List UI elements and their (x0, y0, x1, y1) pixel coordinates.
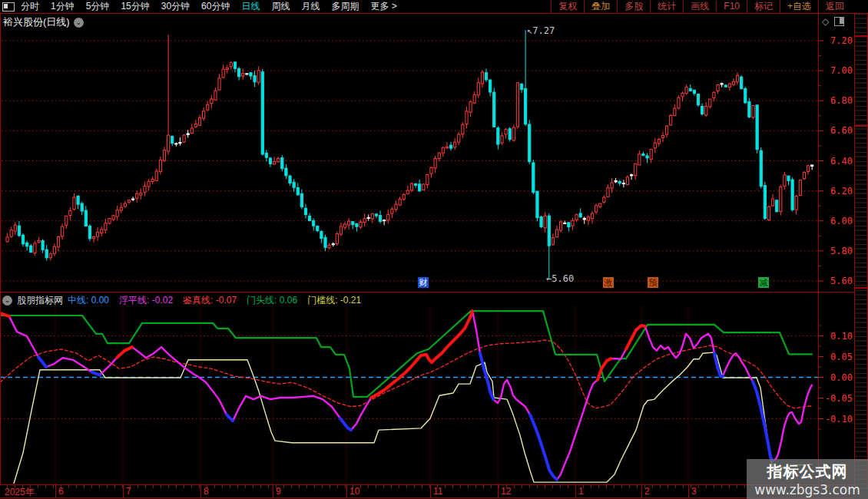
candle-body (721, 84, 723, 84)
month-separator (200, 485, 201, 497)
tab-period-4[interactable]: 30分钟 (161, 0, 190, 13)
tab-period-5[interactable]: 60分钟 (201, 0, 230, 13)
chart-canvas[interactable] (0, 0, 868, 499)
candle-body (159, 160, 161, 171)
split-view-icon[interactable] (834, 17, 844, 26)
candle-body (807, 166, 809, 172)
candle-body (811, 165, 813, 166)
tab-period-3[interactable]: 15分钟 (121, 0, 149, 13)
candle-body (646, 156, 648, 158)
event-marker[interactable]: 预 (648, 277, 658, 288)
month-label: 12 (501, 486, 511, 497)
indicator-plot (0, 305, 818, 484)
month-separator (498, 485, 499, 497)
candle-body (795, 197, 797, 210)
price-annotation: ↖7.27 (527, 25, 555, 36)
candle-body (210, 99, 213, 104)
candle-body (101, 230, 103, 233)
candle-body (681, 93, 684, 96)
toolbar-button-4[interactable]: 画线 (683, 0, 716, 13)
candle-body (603, 197, 605, 202)
chevron-down-icon[interactable]: ⌄ (2, 296, 12, 306)
indicator-axis-label: 0.10 (819, 331, 853, 342)
candle-body (147, 181, 150, 187)
tab-period-8[interactable]: 月线 (301, 0, 320, 13)
price-axis-label: 6.80 (819, 95, 853, 106)
candle-body (65, 216, 68, 225)
candle-body (520, 84, 522, 89)
candle-body (575, 215, 578, 220)
candle-body (685, 88, 687, 94)
candle-body (69, 210, 71, 215)
tab-period-2[interactable]: 5分钟 (86, 0, 110, 13)
candle-body (528, 124, 531, 162)
candle-body (803, 173, 805, 179)
candle-body (367, 217, 369, 218)
blue-trend-overlay (480, 353, 493, 399)
candle-body (728, 84, 731, 87)
candle-body (336, 233, 338, 243)
event-marker[interactable]: 减 (758, 277, 769, 288)
tab-period-0[interactable]: 分时 (21, 0, 39, 13)
toolbar-button-7[interactable]: +自选 (780, 0, 818, 13)
candle-body (658, 139, 660, 144)
page-title: 裕兴股份(日线) (3, 15, 70, 29)
candle-body (618, 181, 621, 183)
candle-body (207, 104, 209, 110)
month-label: 10 (350, 486, 359, 497)
chevron-down-icon[interactable]: ⌄ (74, 18, 84, 28)
candle-body (237, 68, 240, 76)
indicator-value-3: 门头线: 0.06 (247, 294, 297, 307)
indicator-value-2: 鉴真线: -0.07 (183, 294, 237, 307)
candle-body (430, 167, 432, 173)
candle-body (713, 92, 715, 97)
candle-body (442, 147, 444, 153)
tab-period-6[interactable]: 日线 (241, 0, 260, 13)
candle-body (320, 232, 323, 239)
blue-trend-overlay (227, 415, 233, 421)
tab-period-10[interactable]: 更多 > (370, 0, 396, 13)
candle-body (203, 111, 205, 118)
candle-body (678, 97, 680, 108)
candle-body (246, 74, 248, 74)
candle-body (458, 134, 460, 142)
window-layout-icon[interactable] (2, 2, 15, 12)
indicator-axis-label: -0.05 (819, 393, 853, 404)
candle-body (124, 203, 126, 207)
toolbar-button-1[interactable]: 叠加 (584, 0, 617, 13)
diamond-icon[interactable]: ◇ (822, 16, 829, 27)
right-sidebar-collapsed[interactable] (854, 14, 868, 489)
event-marker[interactable]: 激 (603, 277, 614, 288)
toolbar-button-6[interactable]: 标记 (747, 0, 780, 13)
candle-body (399, 199, 401, 205)
month-label: 8 (204, 486, 209, 497)
candle-body (791, 180, 793, 210)
tab-period-9[interactable]: 多周期 (331, 0, 359, 13)
candle-body (752, 105, 754, 117)
candle-body (198, 117, 200, 125)
price-axis-label: 6.40 (819, 156, 853, 167)
event-marker[interactable]: 财 (418, 277, 429, 288)
candle-body (552, 237, 554, 244)
candle-body (497, 128, 499, 144)
candle-body (599, 203, 601, 207)
tab-period-7[interactable]: 周线 (271, 0, 290, 13)
toolbar-button-0[interactable]: 复权 (551, 0, 584, 13)
candle-body (359, 222, 362, 226)
top-toolbar: 分时1分钟5分钟15分钟30分钟60分钟日线周线月线多周期更多 > 复权叠加多股… (0, 0, 868, 14)
tab-period-1[interactable]: 1分钟 (51, 0, 75, 13)
candle-body (348, 221, 350, 225)
indicator-axis-label: 0.00 (819, 372, 853, 383)
candle-body (328, 246, 330, 248)
candle-body (697, 94, 699, 105)
strip-divider (855, 287, 867, 289)
toolbar-button-2[interactable]: 多股 (617, 0, 650, 13)
toolbar-button-3[interactable]: 统计 (650, 0, 683, 13)
date-axis[interactable]: 2025年6789101112123 (0, 484, 854, 498)
candle-body (379, 216, 381, 222)
candle-body (313, 220, 315, 226)
candle-body (764, 186, 766, 219)
candle-body (501, 136, 503, 143)
toolbar-button-5[interactable]: F10 (716, 1, 747, 12)
toolbar-button-8[interactable]: 返回 (818, 0, 851, 13)
